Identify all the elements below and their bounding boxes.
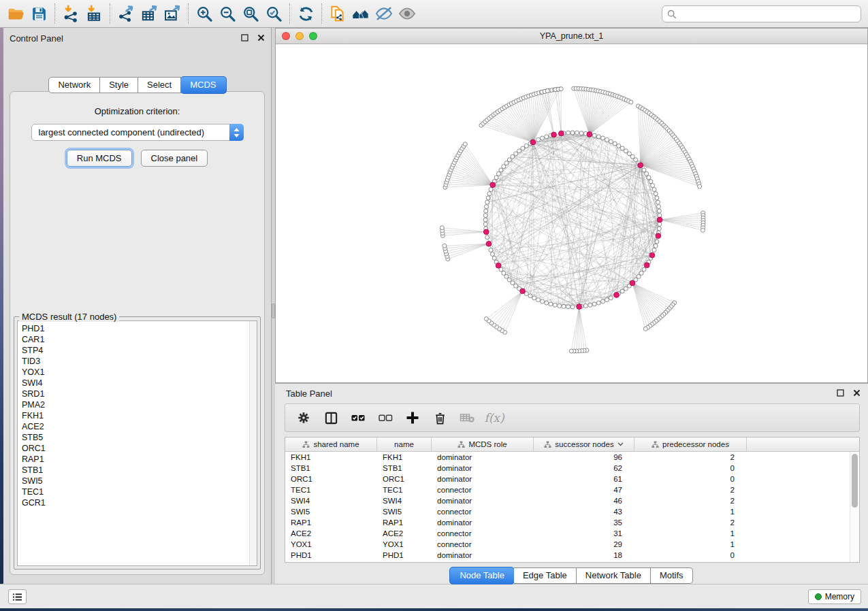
mcds-hub-node[interactable] (657, 217, 662, 222)
network-node[interactable] (657, 227, 661, 231)
network-node[interactable] (624, 286, 628, 291)
table-row[interactable]: PHD1PHD1dominator180 (285, 550, 850, 561)
network-node[interactable] (514, 284, 518, 288)
table-cell[interactable]: ACE2 (285, 528, 377, 539)
network-node[interactable] (642, 168, 646, 172)
table-cell[interactable]: 0 (634, 550, 747, 561)
mcds-result-item[interactable]: TEC1 (22, 486, 257, 497)
network-node[interactable] (545, 89, 549, 93)
network-node[interactable] (440, 226, 444, 230)
column-header-shared-name[interactable]: shared name (285, 437, 377, 451)
table-cell[interactable]: connector (432, 506, 534, 517)
table-row[interactable]: FKH1FKH1dominator962 (285, 452, 850, 463)
network-node[interactable] (562, 304, 566, 308)
table-cell[interactable]: 47 (534, 484, 634, 495)
mcds-result-item[interactable]: TID3 (22, 356, 257, 367)
network-canvas[interactable] (276, 44, 867, 382)
mcds-hub-node[interactable] (656, 233, 661, 239)
network-node[interactable] (485, 235, 489, 240)
network-node[interactable] (514, 152, 518, 156)
table-cell[interactable]: dominator (432, 495, 534, 506)
table-row[interactable]: SWI5SWI5connector431 (285, 506, 850, 517)
network-node[interactable] (592, 302, 596, 306)
table-cell[interactable]: YOX1 (377, 539, 432, 550)
table-cell[interactable]: dominator (432, 474, 534, 484)
table-cell[interactable]: STB1 (285, 463, 377, 474)
show-details-icon[interactable] (396, 3, 419, 24)
network-node[interactable] (652, 248, 656, 252)
table-row[interactable]: STB1STB1dominator620 (285, 463, 850, 474)
table-cell[interactable]: 2 (634, 517, 747, 528)
network-node[interactable] (629, 100, 633, 104)
mcds-hub-node[interactable] (551, 132, 557, 137)
first-neighbors-icon[interactable] (349, 3, 372, 24)
table-cell[interactable]: FKH1 (285, 452, 377, 463)
tab-network-table[interactable]: Network Table (577, 567, 651, 584)
table-cell[interactable]: PHD1 (285, 550, 377, 561)
mcds-result-item[interactable]: RAP1 (22, 454, 257, 465)
network-node[interactable] (642, 267, 646, 271)
column-header-predecessor-nodes[interactable]: predecessor nodes (634, 437, 747, 451)
table-cell[interactable]: 35 (534, 517, 634, 528)
window-minimize-button[interactable] (295, 32, 304, 40)
network-node[interactable] (511, 281, 515, 285)
mcds-result-item[interactable]: GCR1 (22, 497, 257, 508)
network-node[interactable] (657, 205, 661, 209)
table-cell[interactable]: connector (432, 539, 534, 550)
delete-column-icon[interactable] (430, 408, 450, 428)
network-node[interactable] (484, 317, 488, 321)
network-node[interactable] (517, 149, 521, 153)
table-cell[interactable]: ACE2 (377, 528, 432, 539)
mcds-result-item[interactable]: PHD1 (22, 323, 257, 334)
table-cell[interactable]: dominator (432, 550, 534, 561)
table-cell[interactable]: 1 (634, 506, 747, 517)
import-network-icon[interactable] (59, 3, 82, 24)
network-node[interactable] (483, 214, 487, 218)
table-cell[interactable]: dominator (432, 463, 534, 474)
mcds-hub-node[interactable] (530, 139, 536, 145)
network-node[interactable] (528, 294, 532, 298)
network-node[interactable] (605, 137, 609, 142)
network-node[interactable] (570, 305, 575, 309)
zoom-selected-icon[interactable] (262, 3, 285, 24)
network-node[interactable] (496, 171, 500, 176)
network-node[interactable] (657, 209, 661, 213)
network-node[interactable] (596, 135, 600, 139)
network-node[interactable] (613, 142, 617, 146)
table-cell[interactable]: connector (432, 484, 534, 495)
table-cell[interactable]: 46 (534, 495, 634, 506)
run-mcds-button[interactable]: Run MCDS (67, 150, 132, 167)
mcds-hub-node[interactable] (558, 131, 564, 136)
table-cell[interactable]: SWI4 (377, 495, 432, 506)
network-node[interactable] (483, 218, 487, 222)
mcds-result-item[interactable]: SWI5 (22, 476, 257, 486)
network-node[interactable] (558, 304, 562, 308)
network-node[interactable] (658, 222, 662, 226)
hide-details-icon[interactable] (372, 3, 396, 24)
table-cell[interactable]: 0 (634, 474, 747, 484)
network-node[interactable] (536, 137, 541, 142)
mcds-hub-node[interactable] (587, 132, 592, 137)
network-node[interactable] (549, 302, 553, 306)
network-node[interactable] (484, 205, 488, 209)
column-header-name[interactable]: name (377, 437, 432, 451)
network-node[interactable] (463, 142, 467, 146)
import-table-icon[interactable] (82, 3, 106, 24)
table-cell[interactable]: 2 (634, 495, 747, 506)
table-cell[interactable]: YOX1 (285, 539, 377, 550)
mcds-result-item[interactable]: SWI4 (22, 378, 257, 389)
network-node[interactable] (504, 161, 509, 165)
table-cell[interactable]: TEC1 (377, 484, 432, 495)
network-window-titlebar[interactable]: YPA_prune.txt_1 (276, 29, 867, 44)
delete-table-icon[interactable] (457, 408, 477, 428)
mcds-hub-node[interactable] (577, 304, 582, 310)
table-cell[interactable]: 2 (634, 452, 747, 463)
column-header-MCDS-role[interactable]: MCDS role (432, 437, 534, 451)
network-node[interactable] (489, 188, 493, 192)
table-row[interactable]: TEC1TEC1connector472 (285, 484, 850, 495)
network-node[interactable] (570, 131, 575, 135)
export-table-icon[interactable] (138, 3, 161, 24)
table-cell[interactable]: TEC1 (285, 484, 377, 495)
float-table-panel-icon[interactable] (835, 388, 845, 397)
network-node[interactable] (600, 299, 605, 303)
